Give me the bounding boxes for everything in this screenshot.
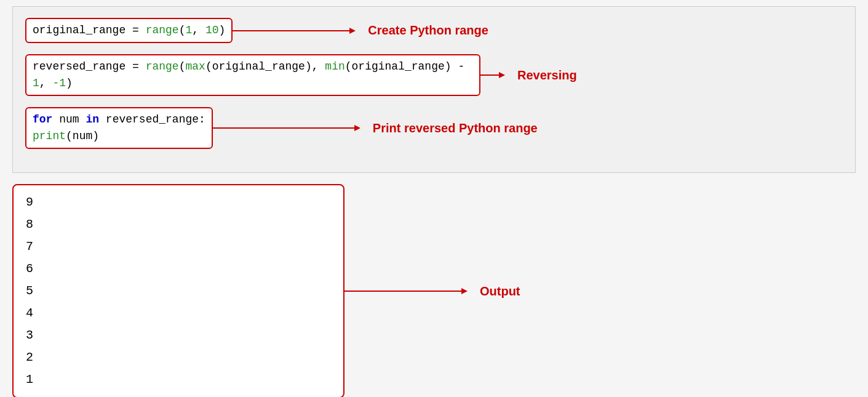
- code-block-2: reversed_range = range(max(original_rang…: [25, 54, 843, 96]
- output-annotation: Output: [344, 282, 520, 300]
- code-block-1: original_range = range(1, 10) Create Pyt…: [25, 18, 843, 43]
- output-arrow: [344, 282, 480, 300]
- svg-marker-3: [499, 72, 505, 78]
- label-print-range: Print reversed Python range: [373, 121, 538, 135]
- output-value-5: 5: [26, 280, 331, 302]
- output-box: 9 8 7 6 5 4 3 2 1: [12, 184, 344, 397]
- code-box-2: reversed_range = range(max(original_rang…: [25, 54, 480, 96]
- code-block-3: for num in reversed_range: print(num) Pr…: [25, 107, 843, 149]
- code-box-3: for num in reversed_range: print(num): [25, 107, 213, 149]
- arrow-1: [233, 22, 368, 40]
- output-section: 9 8 7 6 5 4 3 2 1 Output: [12, 184, 856, 397]
- code-section: original_range = range(1, 10) Create Pyt…: [12, 6, 856, 173]
- code-box-1: original_range = range(1, 10): [25, 18, 233, 43]
- output-value-8: 8: [26, 214, 331, 236]
- arrow-3: [213, 119, 373, 137]
- output-value-4: 4: [26, 302, 331, 324]
- label-create-range: Create Python range: [368, 23, 488, 38]
- label-output: Output: [480, 284, 520, 299]
- output-value-7: 7: [26, 236, 331, 258]
- output-value-6: 6: [26, 258, 331, 280]
- output-value-2: 2: [26, 347, 331, 369]
- svg-marker-5: [354, 125, 360, 131]
- svg-marker-7: [461, 288, 468, 294]
- output-value-3: 3: [26, 324, 331, 347]
- output-value-1: 1: [26, 369, 331, 391]
- label-reversing: Reversing: [517, 68, 577, 82]
- svg-marker-1: [349, 28, 356, 34]
- output-value-9: 9: [26, 191, 331, 214]
- arrow-2: [480, 66, 517, 84]
